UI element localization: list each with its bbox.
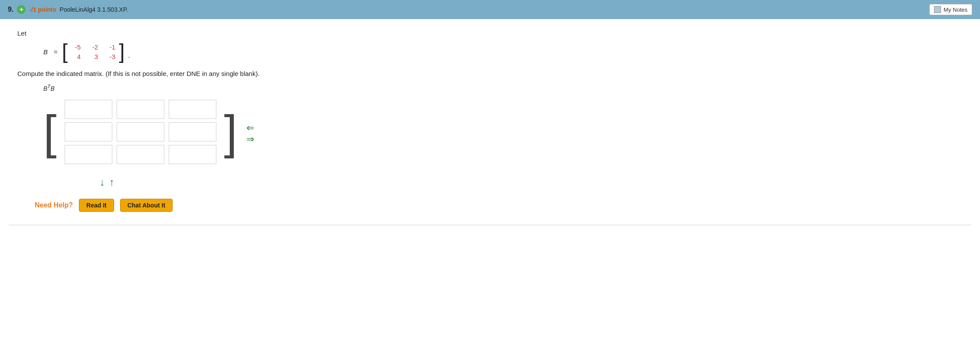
arrow-left-button[interactable]: ⇐ xyxy=(243,122,257,131)
divider xyxy=(9,225,971,225)
answer-input-2-0[interactable] xyxy=(65,145,112,164)
let-text: Let xyxy=(17,30,963,37)
answer-input-1-0[interactable] xyxy=(65,122,112,141)
answer-bracket-left: [ xyxy=(43,112,57,152)
up-arrow-icon: ↑ xyxy=(109,176,114,188)
down-arrow-icon: ↓ xyxy=(100,176,105,188)
left-arrow-icon: ⇐ xyxy=(244,122,256,130)
matrix-bracket-container: [ -5 -2 -1 4 3 -3 ] xyxy=(62,41,125,62)
header-left: 9. + -/1 points PooleLinAlg4 3.1.503.XP. xyxy=(8,5,128,14)
matrix-cell-1-1: 3 xyxy=(88,53,98,60)
answer-input-1-2[interactable] xyxy=(169,122,216,141)
answer-input-2-1[interactable] xyxy=(117,145,164,164)
points-label: -/1 points xyxy=(29,6,56,13)
content-area: Let B = [ -5 -2 -1 4 3 -3 ] . Compute th… xyxy=(0,19,980,225)
answer-matrix-container: [ ] ⇐ ⇒ xyxy=(43,96,963,168)
my-notes-label: My Notes xyxy=(944,7,967,13)
question-number: 9. xyxy=(8,6,13,13)
my-notes-button[interactable]: My Notes xyxy=(929,4,972,15)
expression-base: B xyxy=(43,85,47,92)
answer-input-2-2[interactable] xyxy=(169,145,216,164)
period: . xyxy=(128,52,130,62)
matrix-variable: B xyxy=(43,48,48,56)
matrix-display: B = [ -5 -2 -1 4 3 -3 ] . xyxy=(43,41,963,62)
bracket-left: [ xyxy=(62,41,68,62)
matrix-cell-0-1: -2 xyxy=(88,43,98,51)
need-help-section: Need Help? Read It Chat About It xyxy=(35,199,963,212)
problem-ref: PooleLinAlg4 3.1.503.XP. xyxy=(60,6,128,13)
answer-input-0-1[interactable] xyxy=(117,100,164,119)
matrix-inner: -5 -2 -1 4 3 -3 xyxy=(68,41,119,62)
expression-label: BTB xyxy=(43,83,963,92)
read-it-button[interactable]: Read It xyxy=(79,199,114,212)
arrow-right-button[interactable]: ⇒ xyxy=(243,133,257,142)
answer-input-0-2[interactable] xyxy=(169,100,216,119)
note-icon xyxy=(934,6,941,13)
bracket-right: ] xyxy=(119,41,124,62)
matrix-cell-0-0: -5 xyxy=(71,43,81,51)
arrow-down-button[interactable]: ↓ xyxy=(100,176,105,188)
matrix-cell-0-2: -1 xyxy=(106,43,115,51)
matrix-cell-1-2: -3 xyxy=(106,53,115,60)
answer-grid xyxy=(63,96,218,168)
instruction-text: Compute the indicated matrix. (If this i… xyxy=(17,70,963,77)
matrix-cell-1-0: 4 xyxy=(71,53,81,60)
vertical-arrow-controls: ↓ ↑ xyxy=(43,176,963,188)
expression-suffix: B xyxy=(50,85,54,92)
right-arrow-icon: ⇒ xyxy=(244,134,256,141)
horizontal-arrow-controls: ⇐ ⇒ xyxy=(243,122,257,142)
header-bar: 9. + -/1 points PooleLinAlg4 3.1.503.XP.… xyxy=(0,0,980,19)
answer-input-1-1[interactable] xyxy=(117,122,164,141)
need-help-label: Need Help? xyxy=(35,201,73,209)
arrow-up-button[interactable]: ↑ xyxy=(109,176,114,188)
equals-sign: = xyxy=(54,48,58,56)
chat-about-button[interactable]: Chat About It xyxy=(120,199,173,212)
answer-bracket-right: ] xyxy=(224,112,238,152)
answer-input-0-0[interactable] xyxy=(65,100,112,119)
plus-icon: + xyxy=(17,5,26,14)
